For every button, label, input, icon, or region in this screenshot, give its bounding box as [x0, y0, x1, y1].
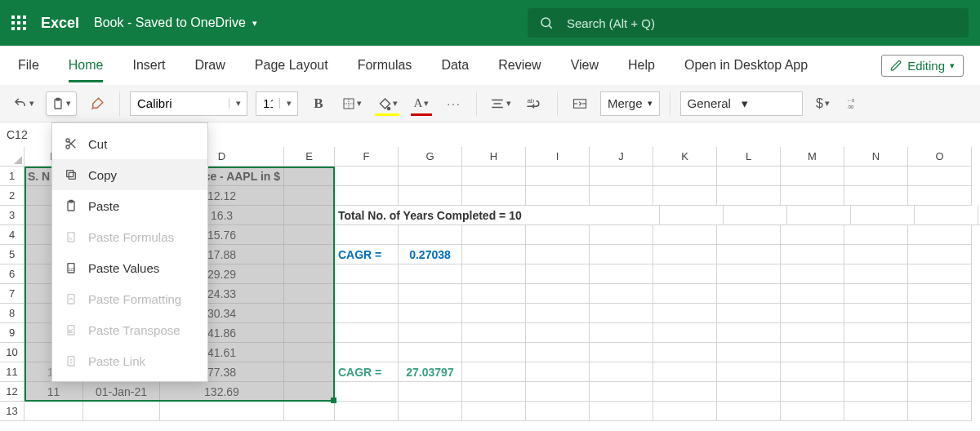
cell[interactable]: [590, 225, 653, 245]
menu-cut[interactable]: Cut: [52, 128, 207, 159]
undo-button[interactable]: ▾: [10, 91, 38, 116]
cell[interactable]: [335, 167, 399, 186]
cell[interactable]: [526, 186, 590, 206]
font-color-button[interactable]: A ▾: [409, 91, 434, 116]
cell[interactable]: [284, 323, 335, 343]
menu-copy[interactable]: Copy: [52, 159, 207, 190]
tab-insert[interactable]: Insert: [132, 58, 165, 73]
cell[interactable]: [717, 362, 781, 382]
cell[interactable]: [399, 323, 462, 343]
cell[interactable]: [844, 245, 908, 264]
cell[interactable]: [590, 343, 653, 362]
cell[interactable]: [590, 284, 653, 304]
menu-paste[interactable]: Paste: [52, 190, 207, 221]
cell[interactable]: [590, 304, 653, 323]
cell[interactable]: [653, 304, 717, 323]
borders-button[interactable]: ▾: [339, 91, 365, 116]
cell[interactable]: [284, 206, 335, 225]
cell[interactable]: [596, 206, 660, 225]
cell[interactable]: [335, 343, 399, 362]
cell[interactable]: [284, 186, 335, 206]
row-header[interactable]: 2: [0, 186, 24, 206]
cell[interactable]: [660, 206, 724, 225]
cell[interactable]: Total No. of Years Completed = 10: [335, 206, 596, 225]
col-header[interactable]: I: [526, 147, 590, 167]
cell[interactable]: [781, 245, 844, 264]
align-button[interactable]: ▾: [487, 91, 514, 116]
cell[interactable]: [781, 186, 844, 206]
cell[interactable]: CAGR =: [335, 245, 399, 264]
cell[interactable]: [653, 167, 717, 186]
row-header[interactable]: 9: [0, 323, 24, 343]
cell[interactable]: [590, 382, 653, 402]
cell[interactable]: [399, 402, 462, 421]
cell[interactable]: [284, 264, 335, 284]
row-header[interactable]: 1: [0, 167, 24, 186]
cell[interactable]: [284, 362, 335, 382]
cell[interactable]: [526, 167, 590, 186]
col-header[interactable]: K: [653, 147, 717, 167]
tab-formulas[interactable]: Formulas: [358, 58, 412, 73]
cell[interactable]: [526, 362, 590, 382]
cell[interactable]: [399, 264, 462, 284]
cell[interactable]: [844, 304, 908, 323]
cell[interactable]: [653, 225, 717, 245]
col-header[interactable]: N: [844, 147, 908, 167]
cell[interactable]: [284, 245, 335, 264]
cell[interactable]: [24, 402, 83, 421]
cell[interactable]: [781, 323, 844, 343]
cell[interactable]: [462, 225, 526, 245]
cell[interactable]: [526, 225, 590, 245]
name-box[interactable]: C12: [3, 128, 47, 141]
cell[interactable]: [653, 245, 717, 264]
cell[interactable]: [717, 245, 781, 264]
cell[interactable]: [590, 245, 653, 264]
cell[interactable]: [908, 382, 972, 402]
cell[interactable]: [284, 167, 335, 186]
cell[interactable]: [653, 186, 717, 206]
merge-dropdown[interactable]: Merge ▾: [600, 91, 660, 116]
cell[interactable]: [717, 382, 781, 402]
col-header[interactable]: H: [462, 147, 526, 167]
font-name-select[interactable]: ▾: [130, 91, 247, 116]
app-launcher-icon[interactable]: [11, 16, 26, 30]
col-header[interactable]: J: [590, 147, 653, 167]
cell[interactable]: [653, 323, 717, 343]
cell[interactable]: [908, 284, 972, 304]
format-painter-button[interactable]: [85, 91, 109, 116]
row-header[interactable]: 13: [0, 402, 24, 421]
cell[interactable]: [590, 323, 653, 343]
editing-mode-button[interactable]: Editing ▾: [881, 55, 964, 77]
cell[interactable]: [335, 402, 399, 421]
cell[interactable]: 0.27038: [399, 245, 462, 264]
cell[interactable]: [83, 402, 160, 421]
cell[interactable]: [284, 343, 335, 362]
cell[interactable]: [526, 264, 590, 284]
cell[interactable]: [590, 402, 653, 421]
cell[interactable]: [590, 264, 653, 284]
tab-home[interactable]: Home: [69, 58, 104, 73]
cell[interactable]: [781, 382, 844, 402]
col-header[interactable]: M: [781, 147, 844, 167]
cell[interactable]: [717, 323, 781, 343]
cell[interactable]: [653, 264, 717, 284]
tab-help[interactable]: Help: [628, 58, 655, 73]
cell[interactable]: [915, 206, 978, 225]
row-header[interactable]: 4: [0, 225, 24, 245]
cell[interactable]: [908, 225, 972, 245]
cell[interactable]: CAGR =: [335, 362, 399, 382]
decimal-adjust-button[interactable]: ←0.00: [844, 91, 868, 116]
cell[interactable]: [844, 343, 908, 362]
cell[interactable]: [335, 304, 399, 323]
cell[interactable]: [717, 186, 781, 206]
open-in-desktop-button[interactable]: Open in Desktop App: [684, 58, 808, 73]
number-format-select[interactable]: General ▾: [680, 91, 803, 116]
search-box[interactable]: [528, 8, 969, 38]
cell[interactable]: [717, 264, 781, 284]
cell[interactable]: [462, 402, 526, 421]
cell[interactable]: [717, 167, 781, 186]
cell[interactable]: [462, 323, 526, 343]
col-header[interactable]: F: [335, 147, 399, 167]
row-header[interactable]: 11: [0, 362, 24, 382]
cell[interactable]: [462, 304, 526, 323]
